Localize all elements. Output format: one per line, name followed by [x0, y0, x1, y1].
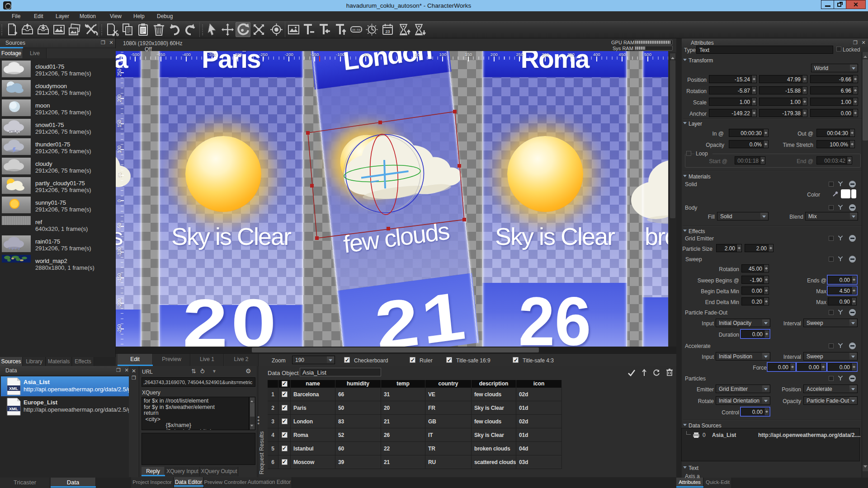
svg-text:XML: XML	[9, 386, 18, 391]
svg-text:06:59: 06:59	[352, 28, 360, 32]
svg-text:23: 23	[385, 29, 390, 34]
svg-text:XML: XML	[9, 406, 18, 411]
